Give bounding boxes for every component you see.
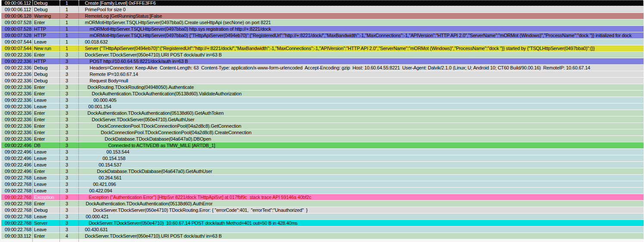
log-row[interactable]: 09:00:22.336Enter3DockServer.TDockServer… [1, 116, 644, 123]
event-type-cell: Enter [33, 201, 60, 207]
event-type-cell: HTTP [33, 58, 60, 64]
event-type-cell: Enter [33, 84, 60, 90]
log-row[interactable]: 09:00:22.336Enter3DockDatabase.TDockData… [1, 136, 644, 142]
log-row[interactable]: 09:00:22.768Enter3DockAuthentication.TDo… [1, 201, 644, 207]
log-row[interactable]: 09:00:06.112Debug1PrimePool for size 0 [1, 6, 644, 13]
log-row[interactable]: 09:00:22.336Enter3DockAuthentication.TDo… [1, 110, 644, 116]
timestamp-cell: 09:00:06.112 [1, 0, 33, 6]
message-cell [79, 239, 644, 242]
log-row[interactable]: 09:00:06.112Debug1Create [Family.Level] … [1, 0, 644, 6]
log-row[interactable]: 09:00:22.768Server3DockServer.TDockServe… [1, 220, 644, 226]
event-type-cell: Leave [33, 175, 60, 181]
message-cell: DockAuthentication.TDockAuthentication(0… [79, 201, 644, 207]
message-cell: DockDatabase.TDockDatabase(04a647a0).Get… [79, 168, 644, 174]
thread-id-cell: 3 [60, 214, 79, 220]
event-type-cell: Leave [33, 155, 60, 161]
timestamp-cell: 09:00:22.336 [1, 110, 33, 116]
log-row[interactable]: 09:00:07.528HTTP1mORMotHttpServer.TSQLHt… [1, 32, 644, 39]
event-type-cell: Debug [33, 207, 60, 213]
message-cell: Request Body=null [79, 78, 644, 84]
log-row[interactable]: 09:00:22.496Enter3DockDatabase.TDockData… [1, 168, 644, 175]
thread-id-cell: 3 [60, 162, 79, 168]
event-type-cell: Enter [33, 19, 60, 25]
message-cell: DockDatabase.TDockDatabase(04a647a0).DBO… [79, 136, 644, 142]
message-cell: mORMotHttpServer.TSQLHttpServer(0497bba0… [79, 26, 644, 32]
timestamp-cell: 09:00:06.112 [1, 6, 33, 13]
event-type-cell: Enter [33, 52, 60, 58]
event-type-cell: Enter [33, 168, 60, 174]
event-type-cell: Leave [33, 214, 60, 220]
event-type-cell: Leave [33, 97, 60, 103]
timestamp-cell: 09:00:22.768 [1, 194, 33, 200]
log-row[interactable]: 09:00:22.768Debug3DockServer.TDockServer… [1, 207, 644, 214]
log-row[interactable]: 09:00:06.128Warning2RemoteLog [GetRunnin… [1, 13, 644, 19]
timestamp-cell: 09:00:22.336 [1, 129, 33, 135]
log-row[interactable]: 09:00:07.544Leave100.018.632 [1, 39, 644, 45]
log-row[interactable]: 09:00:22.768Leave300.000.421 [1, 214, 644, 220]
event-type-cell: Leave [33, 162, 60, 168]
message-cell: 00.018.632 [79, 39, 644, 45]
log-row[interactable]: 09:00:22.768Leave300.264.561 [1, 175, 644, 181]
event-type-cell: New run [33, 45, 60, 51]
log-viewer: 09:00:06.112Debug1Create [Family.Level] … [0, 0, 644, 242]
thread-id-cell: 1 [60, 19, 79, 25]
message-cell: Headers=Connection: Keep-Alive Content-L… [79, 65, 644, 71]
event-type-cell: Enter [33, 123, 60, 129]
timestamp-cell: 09:00:22.768 [1, 201, 33, 207]
thread-id-cell: 3 [60, 65, 79, 71]
log-row[interactable]: 09:00:22.336HTTP3POST http://10.60.64.55… [1, 58, 644, 65]
message-cell: POST http://10.60.64.55:8221/dock/auth i… [79, 58, 644, 64]
message-cell: DockServer.TDockServer(050e4710).GetAuth… [79, 116, 644, 123]
log-row[interactable]: 09:00:07.528Enter1mORMotHttpServer.TSQLH… [1, 19, 644, 26]
log-row[interactable]: 09:00:22.336Enter3DockConnectionPool.TDo… [1, 129, 644, 136]
log-row[interactable]: 09:00:22.336Enter3DockAuthentication.TDo… [1, 91, 644, 97]
log-row[interactable]: 09:00:22.336Leave300.000.405 [1, 97, 644, 104]
timestamp-cell: 09:00:22.336 [1, 116, 33, 123]
timestamp-cell: 09:00:22.496 [1, 168, 33, 174]
log-row[interactable]: 09:00:22.336Enter3DockRouting.TDockRouti… [1, 84, 644, 91]
thread-id-cell: 3 [60, 116, 79, 123]
log-row[interactable]: 09:00:07.528HTTP1mORMotHttpServer.TSQLHt… [1, 26, 644, 32]
log-row[interactable]: 09:00:22.768Exception3Exception ("Authen… [1, 194, 644, 201]
timestamp-cell: 09:00:22.768 [1, 181, 33, 187]
thread-id-cell: 3 [60, 201, 79, 207]
log-row[interactable]: 09:00:22.336Debug3Headers=Connection: Ke… [1, 65, 644, 71]
log-row[interactable]: 09:00:22.768Leave300.421.096 [1, 181, 644, 188]
log-row[interactable] [1, 239, 644, 242]
timestamp-cell: 09:00:22.496 [1, 142, 33, 148]
thread-id-cell: 3 [60, 91, 79, 97]
message-cell: DockAuthentication.TDockAuthentication(0… [79, 110, 644, 116]
timestamp-cell: 09:00:22.768 [1, 214, 33, 220]
timestamp-cell: 09:00:22.768 [1, 175, 33, 181]
event-type-cell: HTTP [33, 26, 60, 32]
message-cell: Remote IP=10.60.67.14 [79, 71, 644, 77]
thread-id-cell: 3 [60, 123, 79, 129]
timestamp-cell: 09:00:07.528 [1, 32, 33, 38]
log-row[interactable]: 09:00:33.112Enter4DockServer.TDockServer… [1, 233, 644, 239]
log-row[interactable]: 09:00:22.496Leave300.154.537 [1, 162, 644, 168]
event-type-cell: Leave [33, 181, 60, 187]
event-type-cell: Enter [33, 110, 60, 116]
log-row[interactable]: 09:00:22.496Leave300.153.544 [1, 149, 644, 155]
timestamp-cell: 09:00:22.336 [1, 123, 33, 129]
thread-id-cell: 1 [60, 0, 79, 6]
message-cell: Connected to ACTIVEDB as TMW_MILE [ARTDB… [79, 142, 644, 148]
log-row[interactable]: 09:00:22.336Debug3Remote IP=10.60.67.14 [1, 71, 644, 78]
timestamp-cell: 09:00:22.336 [1, 97, 33, 103]
timestamp-cell: 09:00:22.768 [1, 207, 33, 213]
timestamp-cell: 09:00:22.336 [1, 78, 33, 84]
log-row[interactable]: 09:00:22.496DB3Connected to ACTIVEDB as … [1, 142, 644, 149]
log-row[interactable]: 09:00:22.768Leave300.430.631 [1, 226, 644, 233]
log-row[interactable]: 09:00:22.336Enter3DockConnectionPool.TDo… [1, 123, 644, 129]
log-row[interactable]: 09:00:22.336Leave300.001.154 [1, 104, 644, 110]
thread-id-cell: 3 [60, 110, 79, 116]
message-cell: DockServer.TDockServer(050e4710) TDockRo… [79, 207, 644, 213]
timestamp-cell: 09:00:22.768 [1, 226, 33, 233]
event-type-cell: Debug [33, 71, 60, 77]
thread-id-cell: 2 [60, 13, 79, 19]
log-row[interactable]: 09:00:07.544New run1Server {"THttpApiSer… [1, 45, 644, 52]
log-row[interactable]: 09:00:22.336Debug3Request Body=null [1, 78, 644, 84]
log-row[interactable]: 09:00:22.768Leave300.422.094 [1, 188, 644, 194]
log-row[interactable]: 09:00:22.496Leave300.154.158 [1, 155, 644, 162]
log-row[interactable]: 09:00:22.336Enter3DockServer.TDockServer… [1, 52, 644, 58]
